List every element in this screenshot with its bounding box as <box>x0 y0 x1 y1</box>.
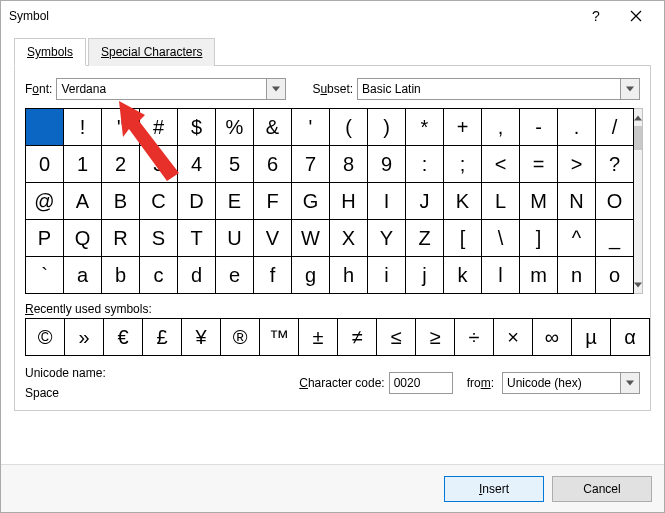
symbol-cell[interactable]: 3 <box>140 146 177 182</box>
recent-symbol-cell[interactable]: ¥ <box>182 319 220 355</box>
symbol-cell[interactable]: i <box>368 257 405 293</box>
char-code-input[interactable] <box>389 372 453 394</box>
symbol-cell[interactable]: m <box>520 257 557 293</box>
recent-symbol-cell[interactable]: £ <box>143 319 181 355</box>
symbol-cell[interactable]: o <box>596 257 633 293</box>
symbol-cell[interactable]: < <box>482 146 519 182</box>
symbol-cell[interactable]: B <box>102 183 139 219</box>
symbol-cell[interactable]: ( <box>330 109 367 145</box>
symbol-cell[interactable]: 6 <box>254 146 291 182</box>
from-combo[interactable] <box>502 372 640 394</box>
scroll-thumb[interactable] <box>634 126 642 150</box>
chevron-down-icon[interactable] <box>266 78 286 100</box>
symbol-cell[interactable]: C <box>140 183 177 219</box>
recent-symbol-cell[interactable]: ≥ <box>416 319 454 355</box>
font-combo[interactable] <box>56 78 286 100</box>
symbol-cell[interactable]: H <box>330 183 367 219</box>
symbol-cell[interactable]: V <box>254 220 291 256</box>
symbol-cell[interactable]: P <box>26 220 63 256</box>
symbol-cell[interactable]: N <box>558 183 595 219</box>
symbol-cell[interactable]: k <box>444 257 481 293</box>
tab-symbols[interactable]: Symbols <box>14 38 86 66</box>
recent-symbol-cell[interactable]: ≠ <box>338 319 376 355</box>
recent-symbol-cell[interactable]: ÷ <box>455 319 493 355</box>
symbol-cell[interactable]: - <box>520 109 557 145</box>
symbol-cell[interactable]: g <box>292 257 329 293</box>
symbol-cell[interactable]: Y <box>368 220 405 256</box>
recent-symbols-grid[interactable]: ©»€£¥®™±≠≤≥÷×∞µα <box>25 318 650 356</box>
symbol-cell[interactable] <box>26 109 63 145</box>
symbol-cell[interactable]: , <box>482 109 519 145</box>
symbol-cell[interactable]: $ <box>178 109 215 145</box>
chevron-down-icon[interactable] <box>620 372 640 394</box>
symbol-cell[interactable]: 9 <box>368 146 405 182</box>
symbol-cell[interactable]: ' <box>292 109 329 145</box>
subset-input[interactable] <box>357 78 620 100</box>
symbol-cell[interactable]: % <box>216 109 253 145</box>
recent-symbol-cell[interactable]: ™ <box>260 319 298 355</box>
symbol-cell[interactable]: I <box>368 183 405 219</box>
symbol-cell[interactable]: 0 <box>26 146 63 182</box>
from-input[interactable] <box>502 372 620 394</box>
symbol-cell[interactable]: . <box>558 109 595 145</box>
symbol-cell[interactable]: J <box>406 183 443 219</box>
symbol-cell[interactable]: 5 <box>216 146 253 182</box>
recent-symbol-cell[interactable]: µ <box>572 319 610 355</box>
symbol-cell[interactable]: / <box>596 109 633 145</box>
symbol-cell[interactable]: W <box>292 220 329 256</box>
symbol-cell[interactable]: ? <box>596 146 633 182</box>
recent-symbol-cell[interactable]: ≤ <box>377 319 415 355</box>
symbol-cell[interactable]: 4 <box>178 146 215 182</box>
recent-symbol-cell[interactable]: α <box>611 319 649 355</box>
symbol-cell[interactable]: n <box>558 257 595 293</box>
symbol-cell[interactable]: : <box>406 146 443 182</box>
close-button[interactable] <box>616 1 656 31</box>
symbol-cell[interactable]: L <box>482 183 519 219</box>
symbol-cell[interactable]: U <box>216 220 253 256</box>
symbol-cell[interactable]: * <box>406 109 443 145</box>
symbol-cell[interactable]: D <box>178 183 215 219</box>
scrollbar[interactable] <box>634 108 643 294</box>
symbol-cell[interactable]: S <box>140 220 177 256</box>
tab-special-characters[interactable]: Special Characters <box>88 38 215 66</box>
symbol-cell[interactable]: & <box>254 109 291 145</box>
symbol-cell[interactable]: \ <box>482 220 519 256</box>
symbol-cell[interactable]: 1 <box>64 146 101 182</box>
symbol-cell[interactable]: b <box>102 257 139 293</box>
symbol-cell[interactable]: d <box>178 257 215 293</box>
chevron-down-icon[interactable] <box>620 78 640 100</box>
font-input[interactable] <box>56 78 266 100</box>
symbol-cell[interactable]: e <box>216 257 253 293</box>
symbol-cell[interactable]: j <box>406 257 443 293</box>
recent-symbol-cell[interactable]: ® <box>221 319 259 355</box>
cancel-button[interactable]: Cancel <box>552 476 652 502</box>
symbol-cell[interactable]: f <box>254 257 291 293</box>
symbol-cell[interactable]: ; <box>444 146 481 182</box>
symbol-cell[interactable]: l <box>482 257 519 293</box>
symbol-cell[interactable]: @ <box>26 183 63 219</box>
symbol-cell[interactable]: a <box>64 257 101 293</box>
symbol-cell[interactable]: + <box>444 109 481 145</box>
scroll-down-icon[interactable] <box>634 276 642 293</box>
symbol-cell[interactable]: R <box>102 220 139 256</box>
symbol-cell[interactable]: c <box>140 257 177 293</box>
symbol-cell[interactable]: O <box>596 183 633 219</box>
symbol-cell[interactable]: = <box>520 146 557 182</box>
symbol-cell[interactable]: ! <box>64 109 101 145</box>
symbol-cell[interactable]: 8 <box>330 146 367 182</box>
recent-symbol-cell[interactable]: » <box>65 319 103 355</box>
symbol-cell[interactable]: # <box>140 109 177 145</box>
subset-combo[interactable] <box>357 78 640 100</box>
symbol-cell[interactable]: ^ <box>558 220 595 256</box>
symbol-cell[interactable]: _ <box>596 220 633 256</box>
symbol-cell[interactable]: G <box>292 183 329 219</box>
symbol-cell[interactable]: A <box>64 183 101 219</box>
recent-symbol-cell[interactable]: © <box>26 319 64 355</box>
symbol-cell[interactable]: [ <box>444 220 481 256</box>
symbol-cell[interactable]: F <box>254 183 291 219</box>
insert-button[interactable]: Insert <box>444 476 544 502</box>
symbol-grid[interactable]: !"#$%&'()*+,-./0123456789:;<=>?@ABCDEFGH… <box>25 108 634 294</box>
symbol-cell[interactable]: > <box>558 146 595 182</box>
recent-symbol-cell[interactable]: € <box>104 319 142 355</box>
symbol-cell[interactable]: M <box>520 183 557 219</box>
